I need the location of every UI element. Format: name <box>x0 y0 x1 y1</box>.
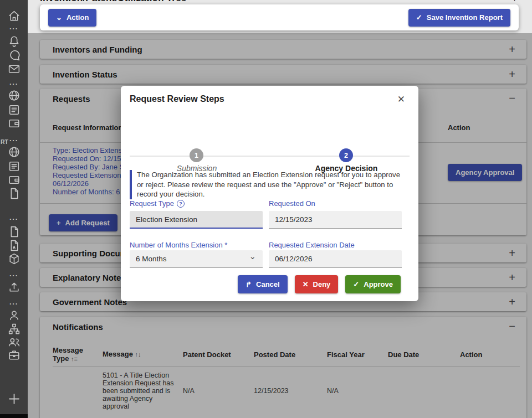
document-icon[interactable] <box>0 159 28 173</box>
file-pdf-icon[interactable] <box>0 239 28 252</box>
check-icon: ✓ <box>416 13 422 22</box>
ellipsis-icon[interactable]: ··· <box>0 271 28 280</box>
page-title-row: Invention/Patent/Utilization Tree + <box>40 0 526 4</box>
x-icon: ✕ <box>303 280 309 288</box>
help-icon[interactable]: ? <box>177 200 185 208</box>
stepper-line <box>130 156 410 157</box>
return-arrow-icon: ↱ <box>245 280 252 288</box>
sidebar-partial-label: RT <box>1 138 8 145</box>
document-icon[interactable] <box>0 103 28 117</box>
chevron-down-icon: ⌄ <box>56 13 62 22</box>
wallet-icon[interactable] <box>0 116 28 130</box>
page-title: Invention/Patent/Utilization Tree <box>40 0 186 4</box>
wallet-icon[interactable] <box>0 173 28 187</box>
home-icon[interactable] <box>0 9 28 23</box>
org-chart-icon[interactable] <box>0 322 28 336</box>
request-review-steps-dialog: Request Review Steps ✕ 1 2 Submission Ag… <box>121 86 418 301</box>
deny-label: Deny <box>313 280 331 288</box>
months-extension-select[interactable]: ⌄ <box>130 250 263 268</box>
save-invention-report-button[interactable]: ✓ Save Invention Report <box>408 9 510 27</box>
cancel-label: Cancel <box>256 280 280 288</box>
bell-icon[interactable] <box>0 34 28 48</box>
upload-icon[interactable] <box>0 280 28 294</box>
ellipsis-icon[interactable]: ··· <box>0 215 28 223</box>
chat-icon[interactable] <box>0 49 28 63</box>
expand-icon[interactable]: + <box>511 0 518 4</box>
file-icon[interactable] <box>0 225 28 239</box>
approve-label: Approve <box>364 280 393 288</box>
request-type-label: Request Type ? <box>130 199 185 208</box>
step-2-circle: 2 <box>339 148 353 162</box>
ellipsis-icon[interactable]: ··· <box>0 300 28 308</box>
briefcase-icon[interactable] <box>0 348 28 362</box>
months-extension-value[interactable] <box>130 250 263 268</box>
cancel-button[interactable]: ↱ Cancel <box>238 275 288 293</box>
extension-date-label: Requested Extension Date <box>269 241 355 249</box>
request-type-input[interactable] <box>130 211 263 229</box>
mail-icon[interactable] <box>0 62 28 76</box>
ellipsis-icon[interactable]: ··· <box>0 24 28 33</box>
person-icon[interactable] <box>0 308 28 322</box>
step-1-circle: 1 <box>190 148 203 162</box>
cube-icon[interactable] <box>0 252 28 266</box>
ellipsis-icon[interactable]: ··· <box>0 80 28 88</box>
dialog-description: The Organization has submitted an Electi… <box>130 170 408 199</box>
people-icon[interactable] <box>0 335 28 349</box>
requested-on-label: Requested On <box>269 199 315 208</box>
requested-on-input[interactable] <box>269 211 402 229</box>
months-extension-label: Number of Months Extension * <box>130 241 227 249</box>
deny-button[interactable]: ✕ Deny <box>295 275 339 293</box>
file-icon[interactable] <box>0 187 28 200</box>
dialog-title: Request Review Steps <box>130 94 224 104</box>
dialog-buttons: ↱ Cancel ✕ Deny ✓ Approve <box>238 275 401 293</box>
sidebar: ··· ··· ··· ··· ··· ··· <box>0 0 28 414</box>
approve-button[interactable]: ✓ Approve <box>345 275 401 293</box>
sidebar-bottom-strip <box>0 414 28 418</box>
action-button[interactable]: ⌄ Action <box>48 9 96 27</box>
globe-icon[interactable] <box>0 145 28 159</box>
action-button-label: Action <box>66 13 89 22</box>
check-icon: ✓ <box>353 280 359 288</box>
globe-icon[interactable] <box>0 89 28 102</box>
add-icon[interactable] <box>0 391 28 407</box>
save-button-label: Save Invention Report <box>427 13 503 22</box>
extension-date-input[interactable] <box>269 250 402 268</box>
action-toolbar: ⌄ Action ✓ Save Invention Report <box>40 4 519 30</box>
close-icon[interactable]: ✕ <box>397 94 405 105</box>
